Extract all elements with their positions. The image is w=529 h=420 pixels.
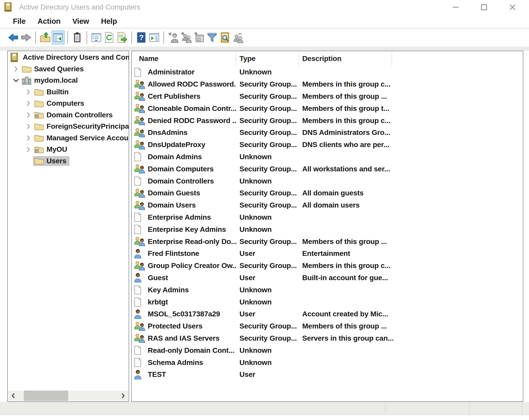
back-icon[interactable] [7,30,20,44]
export-list-icon[interactable] [116,30,129,44]
tree-item[interactable]: mydom.local [8,75,129,86]
expander-chevron-icon[interactable] [23,121,34,132]
table-row[interactable]: Cert Publishers Security Group... Member… [132,90,523,103]
object-name: RAS and IAS Servers [148,334,220,342]
table-row[interactable]: Domain Users Security Group... All domai… [132,199,523,211]
tree-item[interactable]: MyOU [8,144,129,155]
maximize-button[interactable] [480,3,488,11]
expander-chevron-icon[interactable] [23,110,34,120]
tree-horizontal-scrollbar[interactable] [8,391,128,401]
status-bar-divider [469,403,469,414]
object-type-icon [134,333,147,343]
object-name: Protected Users [148,322,203,330]
tree-item[interactable]: Managed Service Accounts [8,132,129,144]
new-ou-icon[interactable] [193,30,206,44]
table-row[interactable]: Domain Computers Security Group... All w… [132,163,523,175]
tree-item-icon [34,100,44,108]
table-row[interactable]: Denied RODC Password ... Security Group.… [132,114,523,127]
new-group-icon[interactable] [180,30,193,44]
show-console-tree-icon[interactable] [52,30,65,44]
column-header-description[interactable]: Description [299,51,392,66]
object-type: Security Group... [236,128,299,137]
tree-item[interactable]: Builtin [8,86,129,98]
column-header-type[interactable]: Type [236,51,299,66]
object-name: Schema Admins [148,358,203,367]
table-row[interactable]: krbtgt Unknown [132,296,523,308]
window-list-icon[interactable] [90,30,103,44]
tree-item[interactable]: Saved Queries [8,63,129,75]
tree-item-label: Saved Queries [34,65,84,73]
table-row[interactable]: DnsUpdateProxy Security Group... DNS cli… [132,139,523,151]
tree-item[interactable]: Users [8,155,129,167]
table-row[interactable]: Enterprise Read-only Do... Security Grou… [132,235,523,248]
forward-icon[interactable] [20,30,33,44]
table-row[interactable]: Read-only Domain Cont... Unknown [132,344,523,356]
scrollbar-thumb[interactable] [24,391,68,401]
table-row[interactable]: Enterprise Key Admins Unknown [132,223,523,235]
expander-chevron-icon[interactable] [23,156,34,166]
tree-item[interactable]: Active Directory Users and Computers [8,52,129,63]
table-row[interactable]: Enterprise Admins Unknown [132,211,523,224]
table-row[interactable]: Guest User Built-in account for gue... [132,272,523,284]
menu-view[interactable]: View [72,17,89,26]
table-row[interactable]: Cloneable Domain Contr... Security Group… [132,102,523,114]
menu-help[interactable]: Help [101,17,117,26]
find-icon[interactable] [219,30,231,44]
filter-icon[interactable] [206,30,219,44]
status-bar [0,402,529,415]
column-header-name[interactable]: Name [132,51,236,66]
table-row[interactable]: Fred Flintstone User Entertainment [132,248,523,260]
tree-item[interactable]: Computers [8,98,129,109]
object-description: Entertainment [299,249,523,258]
expander-chevron-icon[interactable] [11,64,21,74]
object-type: User [236,274,299,282]
object-description: Members in this group c... [299,80,523,88]
scroll-right-arrow-icon[interactable] [118,391,128,401]
table-row[interactable]: DnsAdmins Security Group... DNS Administ… [132,127,523,139]
object-description: Members of this group t... [299,104,523,113]
status-bar-divider [522,403,522,414]
toolbar-separator [87,31,87,44]
menu-action[interactable]: Action [37,17,60,26]
tree-item[interactable]: Domain Controllers [8,109,129,121]
menu-file[interactable]: File [13,17,26,26]
expander-chevron-icon[interactable] [23,98,34,109]
new-user-icon[interactable] [167,30,180,44]
object-type: Security Group... [236,80,299,88]
object-type-icon [134,358,147,367]
table-row[interactable]: Domain Controllers Unknown [132,175,523,187]
tree-item-icon [34,111,44,119]
object-type-icon [134,273,147,283]
object-description: All domain guests [299,189,523,197]
table-row[interactable]: Protected Users Security Group... Member… [132,320,523,332]
table-row[interactable]: Domain Guests Security Group... All doma… [132,187,523,199]
expander-chevron-icon[interactable] [23,133,34,143]
help-icon[interactable]: ? [135,30,148,44]
minimize-button[interactable] [452,3,460,11]
window-play-icon[interactable] [148,30,161,44]
table-row[interactable]: RAS and IAS Servers Security Group... Se… [132,332,523,345]
table-row[interactable]: MSOL_5c0317387a29 User Account created b… [132,308,523,320]
users-key-icon[interactable] [231,30,244,44]
object-name: TEST [148,370,166,379]
clipboard-icon[interactable] [71,30,84,44]
expander-chevron-icon[interactable] [11,75,21,86]
object-type-icon [134,188,147,198]
expander-chevron-icon[interactable] [23,87,34,97]
table-row[interactable]: Group Policy Creator Ow... Security Grou… [132,260,523,272]
up-one-level-icon[interactable] [39,30,52,44]
table-row[interactable]: Domain Admins Unknown [132,151,523,163]
refresh-icon[interactable] [103,30,116,44]
tree-item-icon [34,157,44,165]
table-row[interactable]: Schema Admins Unknown [132,356,523,369]
tree-item[interactable]: ForeignSecurityPrincipals [8,121,129,132]
scroll-left-arrow-icon[interactable] [8,391,18,401]
table-row[interactable]: Key Admins Unknown [132,284,523,296]
expander-chevron-icon[interactable] [23,144,34,155]
table-row[interactable]: TEST User [132,369,523,381]
table-row[interactable]: Allowed RODC Password... Security Group.… [132,78,523,90]
close-button[interactable] [508,3,517,11]
object-type: Security Group... [236,238,299,246]
scrollbar-track[interactable] [18,391,118,401]
table-row[interactable]: Administrator Unknown [132,66,523,78]
